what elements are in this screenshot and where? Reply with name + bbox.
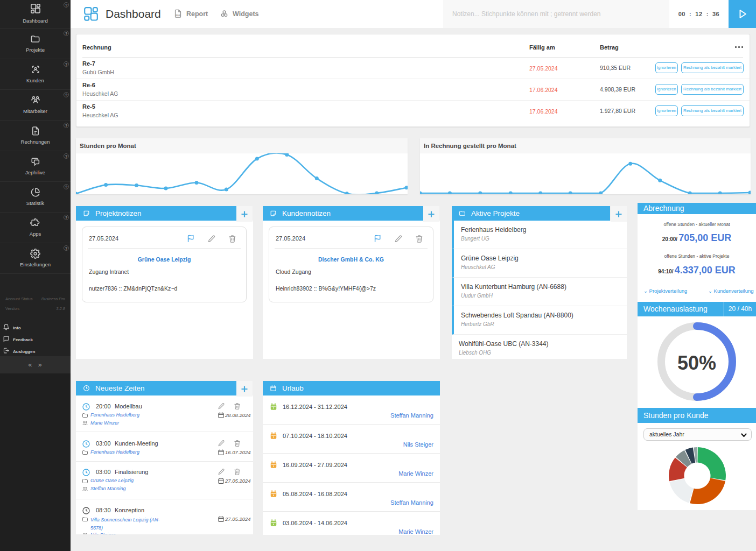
svg-text:50%: 50% bbox=[677, 352, 716, 374]
svg-text:PDF: PDF bbox=[176, 14, 180, 17]
